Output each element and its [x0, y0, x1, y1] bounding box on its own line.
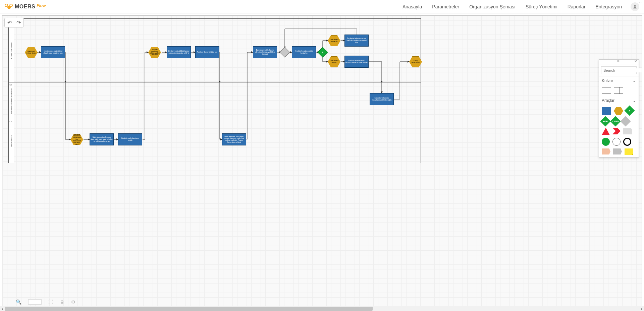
lane-body-accounting: Kredinin muhasebe hesaplarına intikalini… [14, 82, 421, 119]
nav-integration[interactable]: Entegrasyon [595, 4, 622, 9]
logo-icon [5, 4, 13, 10]
bottom-toolbar-hint: 🔍 ⛶ 🗎 ⚙ [16, 299, 75, 305]
undo-redo-toolbar: ↶ ↷ [4, 18, 24, 27]
shape-gateway-x[interactable]: X [624, 105, 635, 116]
shape-gateway-xor[interactable]: XOR [600, 116, 610, 126]
shape-triangle[interactable] [602, 128, 610, 135]
shape-start[interactable] [602, 138, 610, 146]
nav-reports[interactable]: Raporlar [568, 4, 586, 9]
task-prepare-order[interactable]: Bankaya kredi kullanımı talimatını hazır… [253, 46, 277, 58]
svg-point-0 [634, 5, 636, 7]
scroll-track[interactable] [5, 306, 639, 311]
shape-event[interactable] [614, 107, 623, 115]
shape-note[interactable] [623, 128, 632, 134]
lane-header-gm[interactable]: ▭ Genel Müdür [9, 119, 14, 163]
palette-search-input[interactable] [603, 68, 642, 72]
lane2-edges [14, 82, 421, 119]
lane-title: Genel Müdür [10, 135, 12, 147]
person-icon [633, 4, 637, 9]
app-logo[interactable]: MOERS Flow [5, 4, 46, 10]
settings-icon[interactable]: ⚙ [71, 299, 75, 305]
page-icon[interactable]: 🗎 [60, 299, 64, 305]
shape-gateway-xand[interactable]: XAND [610, 116, 621, 126]
undo-button[interactable]: ↶ [7, 19, 12, 26]
lane-shapes [599, 85, 639, 96]
scroll-right-button[interactable]: › [639, 306, 644, 311]
shape-gateway-plain[interactable] [620, 116, 631, 126]
lane-title: Finans Sorumlusu [10, 42, 12, 58]
main-nav: Anasayfa Parametreler Organizasyon Şemas… [402, 4, 622, 9]
palette-drag-handle[interactable]: ✕ [599, 60, 639, 64]
task-decide-term[interactable]: Kredinin vade koşulunu belirle [118, 133, 142, 145]
palette-section-tools[interactable]: Araçlar ⌄ [599, 96, 639, 105]
task-present-offers[interactable]: Teklifleri Genel Müdüre sun [195, 46, 219, 58]
shape-lane[interactable] [614, 87, 623, 94]
collapse-top-icon[interactable]: ︿ [639, 0, 643, 4]
shape-intermediate[interactable] [612, 138, 621, 146]
task-check-account[interactable]: Kredinin hesaba geçişini kontrol et [292, 46, 316, 58]
task-forecast[interactable]: Nakit akışını öngörü özel olarak çıkar y… [41, 46, 65, 58]
diagram-canvas[interactable]: ↶ ↷ Finans Sorumlusu [2, 15, 642, 306]
lane-title: Genel Muhasebe Sorumlusu [10, 88, 12, 113]
lane-collapse-icon[interactable]: ▭ [9, 120, 12, 123]
zoom-input[interactable] [28, 299, 42, 305]
lane-body-gm: Nakit kredi tutarlarının belirlenmesi iç… [14, 119, 421, 163]
bpmn-pool[interactable]: Finans Sorumlusu [8, 18, 421, 163]
palette-close-icon[interactable]: ✕ [634, 59, 637, 64]
top-bar: MOERS Flow Anasayfa Parametreler Organiz… [0, 0, 644, 13]
nav-home[interactable]: Anasayfa [402, 4, 422, 9]
lane-gm[interactable]: ▭ Genel Müdür Nakit kredi tutarlarının b… [9, 119, 421, 163]
scroll-left-button[interactable]: ‹ [0, 306, 5, 311]
scroll-thumb[interactable] [5, 307, 373, 311]
shape-arrow[interactable] [612, 128, 621, 134]
horizontal-scrollbar[interactable]: ‹ › [0, 306, 644, 311]
shape-tag-gray[interactable] [613, 148, 622, 154]
chevron-down-icon: ⌄ [633, 98, 636, 103]
lane-accounting[interactable]: ▭ Genel Muhasebe Sorumlusu Kredinin muha… [9, 82, 421, 119]
shape-pool[interactable] [602, 87, 611, 94]
task-accounting-record[interactable]: Kredinin muhasebe hesaplarına intikalini… [370, 93, 394, 105]
chevron-down-icon: ⌄ [633, 78, 636, 83]
user-avatar[interactable] [631, 2, 639, 11]
lane-header-accounting[interactable]: ▭ Genel Muhasebe Sorumlusu [9, 82, 14, 119]
shape-task[interactable] [602, 107, 611, 115]
task-inform-gm[interactable]: Kredinin hesaba geçtiği bilgisini Genel … [344, 56, 369, 68]
redo-button[interactable]: ↷ [16, 19, 21, 26]
product-name: Flow [37, 3, 46, 8]
task-finalize-offer[interactable]: Gelen tekliflere, kredi tutarı, vadesi, … [222, 133, 246, 145]
task-contact-bank[interactable]: Bankayla iletişime geç ve kredinin hesab… [344, 35, 369, 47]
nav-params[interactable]: Parametreler [432, 4, 459, 9]
shape-end[interactable] [623, 138, 631, 146]
brand-name: MOERS [15, 4, 35, 10]
task-decide-amount[interactable]: Nakit akışını inceleyerek olası nakit kr… [90, 133, 114, 145]
lane-header-finance[interactable]: Finans Sorumlusu [9, 19, 14, 82]
palette-section-lane[interactable]: Kulvar ⌄ [599, 76, 639, 85]
shape-sticky[interactable] [625, 148, 633, 155]
lane-body-finance: Nakit kredi ihtiyacı oluştu Nakit akışın… [14, 19, 421, 82]
shape-palette[interactable]: ✕ Kulvar ⌄ Araçlar ⌄ X XOR XAND [599, 59, 639, 158]
zoom-icon[interactable]: 🔍 [16, 299, 21, 305]
palette-search [601, 66, 637, 74]
task-get-offers[interactable]: Limitlerin müsaitliğini kontrol ederek b… [167, 46, 191, 58]
fit-icon[interactable]: ⛶ [48, 299, 53, 305]
nav-org[interactable]: Organizasyon Şeması [469, 4, 516, 9]
lane-finance[interactable]: Finans Sorumlusu [9, 19, 421, 82]
tool-shapes: X XOR XAND [599, 105, 639, 157]
nav-process[interactable]: Süreç Yönetimi [526, 4, 557, 9]
lane-collapse-icon[interactable]: ▭ [9, 83, 12, 86]
shape-tag[interactable] [602, 148, 610, 154]
